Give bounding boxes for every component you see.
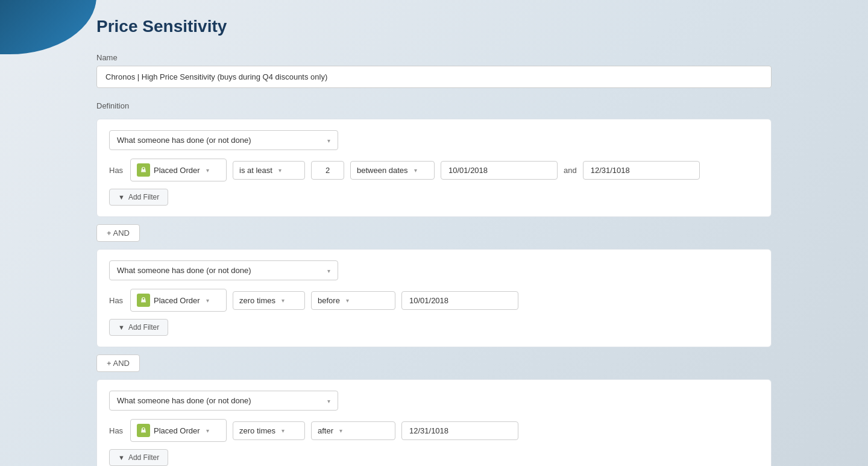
event-select-3[interactable]: Placed Order ▾ [130,419,227,442]
event-chevron-2: ▾ [206,297,209,304]
condition-row-2: Has Placed Order ▾ zero times ▾ before [109,289,759,312]
filter-icon-3: ▼ [118,454,125,461]
frequency-select-1[interactable]: is at least ▾ [233,161,305,180]
condition-type-select-1[interactable]: What someone has done (or not done) [109,130,338,150]
condition-type-value-1: What someone has done (or not done) [117,136,251,145]
date-range-value-2: before [318,296,340,305]
definition-label: Definition [96,101,772,110]
and-btn-1[interactable]: + AND [96,224,140,242]
frequency-value-1: is at least [239,166,272,175]
frequency-select-2[interactable]: zero times ▾ [233,291,305,310]
date-range-chevron-3: ▾ [339,427,342,434]
event-value-2: Placed Order [154,296,200,305]
condition-row-1: Has Placed Order ▾ is at least ▾ betwee [109,159,759,181]
condition-type-chevron-1 [327,136,330,145]
has-label-1: Has [109,166,124,175]
and-btn-label-2: + AND [107,359,130,368]
has-label-3: Has [109,426,124,435]
condition-block-3: What someone has done (or not done) Has … [96,379,772,466]
page-title: Price Sensitivity [96,17,772,36]
has-label-2: Has [109,296,124,305]
date-range-chevron-2: ▾ [346,297,349,304]
add-filter-label-1: Add Filter [128,193,159,201]
shopify-icon-3 [137,424,150,437]
add-filter-label-3: Add Filter [128,453,159,462]
frequency-chevron-2: ▾ [281,297,285,304]
and-btn-label-1: + AND [107,228,130,238]
date-range-chevron-1: ▾ [414,167,417,174]
shopify-icon-1 [137,163,150,177]
frequency-value-3: zero times [239,426,275,435]
date-start-input-3[interactable] [401,421,518,440]
date-end-input-1[interactable] [583,161,700,180]
event-chevron-1: ▾ [206,167,209,174]
condition-type-chevron-2 [327,266,330,275]
condition-type-chevron-3 [327,396,330,405]
event-value-3: Placed Order [154,426,200,435]
event-select-2[interactable]: Placed Order ▾ [130,289,227,312]
add-filter-label-2: Add Filter [128,323,159,332]
date-start-input-1[interactable] [441,161,558,180]
date-range-select-3[interactable]: after ▾ [311,421,395,440]
filter-icon-2: ▼ [118,324,125,331]
frequency-chevron-3: ▾ [281,427,285,434]
add-filter-btn-3[interactable]: ▼ Add Filter [109,449,168,466]
date-range-value-3: after [318,426,333,435]
add-filter-btn-1[interactable]: ▼ Add Filter [109,189,168,206]
and-connector-2: + AND [96,354,772,372]
date-range-value-1: between dates [357,166,408,175]
date-range-select-1[interactable]: between dates ▾ [350,161,435,180]
add-filter-btn-2[interactable]: ▼ Add Filter [109,319,168,336]
frequency-select-3[interactable]: zero times ▾ [233,421,305,440]
condition-type-value-3: What someone has done (or not done) [117,396,251,405]
condition-type-select-2[interactable]: What someone has done (or not done) [109,260,338,280]
filter-icon-1: ▼ [118,194,125,201]
condition-row-3: Has Placed Order ▾ zero times ▾ after [109,419,759,442]
event-chevron-3: ▾ [206,427,209,434]
and-connector-1: + AND [96,224,772,242]
date-range-select-2[interactable]: before ▾ [311,291,395,310]
name-label: Name [96,53,772,62]
and-text-1: and [564,166,577,175]
name-input[interactable] [96,66,772,88]
frequency-chevron-1: ▾ [278,167,281,174]
event-select-1[interactable]: Placed Order ▾ [130,159,227,181]
count-input-1[interactable] [311,161,344,180]
condition-type-value-2: What someone has done (or not done) [117,266,251,275]
event-value-1: Placed Order [154,166,200,175]
shopify-icon-2 [137,294,150,307]
date-start-input-2[interactable] [401,291,518,310]
condition-type-select-3[interactable]: What someone has done (or not done) [109,391,338,411]
condition-block-1: What someone has done (or not done) Has … [96,119,772,217]
condition-block-2: What someone has done (or not done) Has … [96,249,772,347]
frequency-value-2: zero times [239,296,275,305]
and-btn-2[interactable]: + AND [96,354,140,372]
